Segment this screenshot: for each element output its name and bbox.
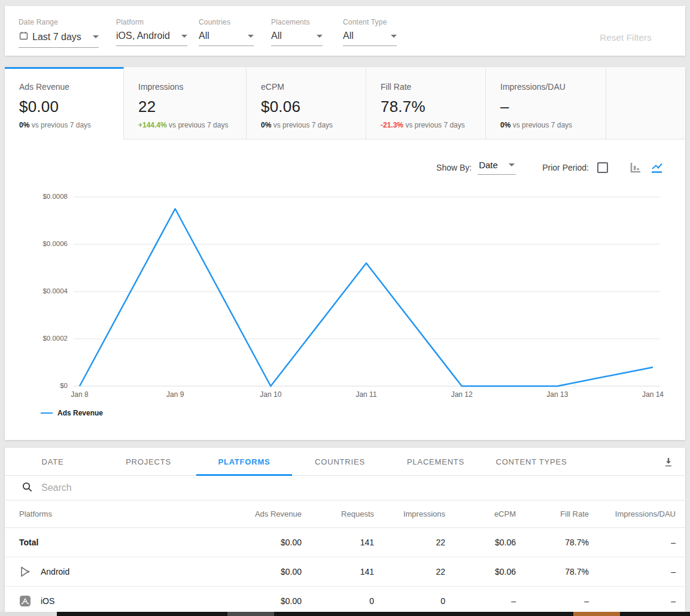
calendar-icon (19, 31, 29, 43)
search-icon (22, 481, 33, 495)
cell-impressions: 0 (374, 596, 445, 606)
row-name: Total (19, 538, 230, 547)
filter-date-range: Date Range Last 7 days (19, 18, 99, 48)
breakdown-tabs: DATE PROJECTS PLATFORMS COUNTRIES PLACEM… (5, 448, 685, 476)
tab-platforms[interactable]: PLATFORMS (196, 448, 292, 475)
table-header-row: Platforms Ads Revenue Requests Impressio… (5, 500, 685, 528)
analytics-dashboard: Date Range Last 7 days Platform iOS, And… (0, 0, 690, 616)
row-name: Android (41, 567, 69, 576)
filter-label: Platform (116, 18, 187, 26)
x-axis-label: Jan 9 (154, 390, 196, 399)
row-name: iOS (41, 596, 54, 606)
column-header: Platforms (19, 509, 230, 518)
tab-content-types[interactable]: CONTENT TYPES (484, 448, 579, 475)
platform-value: iOS, Android (116, 31, 170, 41)
line-chart: $0$0.0002$0.0004$0.0006$0.0008 Jan 8Jan … (5, 67, 685, 440)
cell-ecpm: $0.06 (445, 538, 516, 547)
table-row-total[interactable]: Total $0.00 141 22 $0.06 78.7% – (5, 528, 685, 557)
column-header: Impressions/DAU (589, 509, 676, 518)
filter-content-type: Content Type All (343, 18, 397, 46)
cell-ecpm: $0.06 (445, 567, 516, 576)
table-search (5, 476, 685, 500)
filter-placements: Placements All (271, 18, 323, 46)
cell-impressions: 22 (374, 567, 445, 576)
cell-ecpm: – (445, 596, 516, 606)
cell-ads-revenue: $0.00 (230, 596, 302, 606)
filter-label: Placements (271, 18, 323, 26)
column-header: Ads Revenue (230, 509, 302, 518)
y-axis-label: $0 (28, 382, 68, 389)
y-axis-label: $0.0008 (28, 193, 68, 200)
content-type-value: All (343, 31, 354, 41)
countries-dropdown[interactable]: All (199, 31, 254, 46)
download-icon[interactable] (660, 454, 677, 471)
date-range-dropdown[interactable]: Last 7 days (19, 31, 99, 48)
cell-impressions-dau: – (589, 538, 676, 547)
filter-countries: Countries All (199, 18, 254, 46)
cell-requests: 141 (302, 567, 374, 576)
y-axis-label: $0.0006 (28, 240, 68, 247)
app-store-icon (19, 595, 31, 607)
table-row-android[interactable]: Android $0.00 141 22 $0.06 78.7% – (5, 557, 685, 587)
countries-value: All (199, 31, 209, 41)
chevron-down-icon (317, 35, 323, 38)
cell-fill-rate: 78.7% (516, 567, 589, 576)
column-header: eCPM (445, 509, 516, 518)
cell-requests: 141 (302, 538, 374, 547)
chart-card: Ads Revenue $0.00 0% vs previous 7 days … (5, 67, 685, 440)
chevron-down-icon (248, 35, 254, 38)
cell-requests: 0 (302, 596, 374, 606)
chevron-down-icon (181, 35, 187, 38)
placements-dropdown[interactable]: All (271, 31, 323, 46)
tab-projects[interactable]: PROJECTS (101, 448, 196, 475)
legend-line-swatch (41, 412, 53, 414)
legend-label: Ads Revenue (57, 409, 103, 417)
reset-filters-button[interactable]: Reset Filters (600, 32, 652, 43)
cell-impressions: 22 (374, 538, 445, 547)
chevron-down-icon (391, 35, 397, 38)
search-input[interactable] (41, 483, 676, 493)
content-type-dropdown[interactable]: All (343, 31, 397, 46)
date-range-value: Last 7 days (32, 32, 81, 43)
x-axis-label: Jan 10 (250, 390, 291, 399)
filter-label: Date Range (19, 18, 99, 26)
y-axis-label: $0.0004 (28, 287, 68, 295)
platform-dropdown[interactable]: iOS, Android (116, 31, 187, 46)
google-play-icon (19, 566, 31, 578)
y-axis-label: $0.0002 (28, 335, 68, 342)
column-header: Fill Rate (516, 509, 589, 518)
chevron-down-icon (93, 35, 99, 38)
x-axis-label: Jan 12 (441, 390, 483, 399)
x-axis-label: Jan 11 (345, 390, 387, 399)
column-header: Impressions (374, 509, 445, 518)
x-axis-label: Jan 8 (59, 390, 101, 399)
filter-label: Countries (199, 18, 254, 26)
chart-legend: Ads Revenue (41, 409, 103, 417)
filter-platform: Platform iOS, Android (116, 18, 187, 46)
x-axis-label: Jan 13 (536, 390, 578, 399)
cell-fill-rate: – (516, 596, 589, 606)
tab-countries[interactable]: COUNTRIES (292, 448, 388, 475)
tab-placements[interactable]: PLACEMENTS (388, 448, 484, 475)
chart-plot (74, 192, 660, 390)
cell-ads-revenue: $0.00 (230, 567, 302, 576)
cell-impressions-dau: – (589, 596, 676, 606)
tab-date[interactable]: DATE (5, 448, 101, 475)
breakdown-table-card: DATE PROJECTS PLATFORMS COUNTRIES PLACEM… (5, 448, 685, 612)
filter-label: Content Type (343, 18, 397, 26)
x-axis-label: Jan 14 (632, 390, 674, 399)
placements-value: All (271, 31, 282, 41)
cell-impressions-dau: – (589, 567, 676, 576)
column-header: Requests (302, 509, 374, 518)
cell-fill-rate: 78.7% (516, 538, 589, 547)
filter-bar: Date Range Last 7 days Platform iOS, And… (5, 6, 685, 56)
taskbar-strip (0, 612, 690, 616)
cell-ads-revenue: $0.00 (230, 538, 302, 547)
